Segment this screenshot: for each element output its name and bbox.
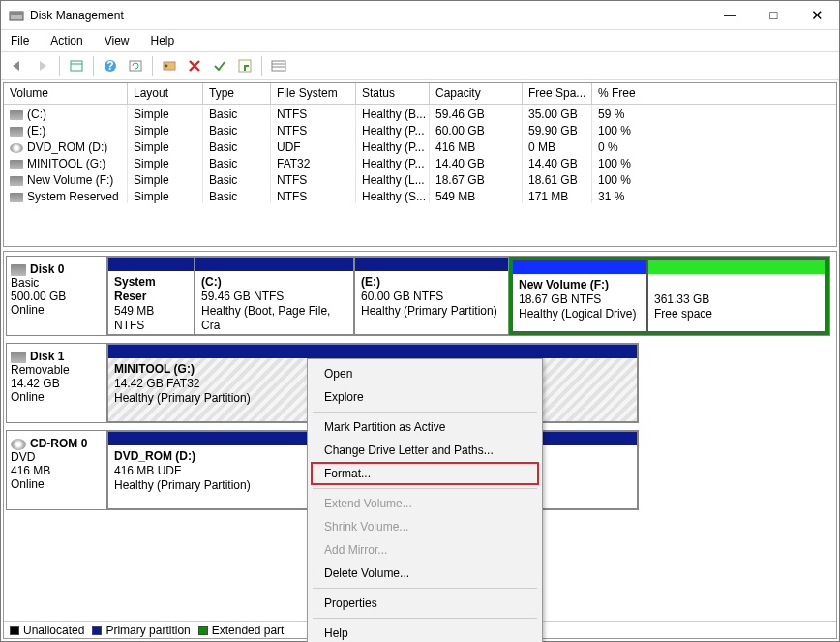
ctx-format[interactable]: Format... <box>311 462 539 485</box>
ctx-help[interactable]: Help <box>311 622 539 642</box>
disk-type: Removable <box>11 363 70 377</box>
volume-icon <box>10 160 23 169</box>
disk-info-0[interactable]: Disk 0 Basic 500.00 GB Online <box>6 256 106 336</box>
maximize-button[interactable]: □ <box>752 1 795 29</box>
part-sub: 361.33 GB <box>654 292 709 306</box>
menu-view[interactable]: View <box>101 32 134 49</box>
title-bar: Disk Management — □ ✕ <box>1 1 839 30</box>
col-free[interactable]: Free Spa... <box>523 83 592 104</box>
part-status: Healthy (Primary Partition) <box>361 304 497 318</box>
forward-button[interactable] <box>32 55 53 76</box>
ctx-delete[interactable]: Delete Volume... <box>311 562 539 585</box>
volume-row[interactable]: (C:)SimpleBasicNTFSHealthy (B...59.46 GB… <box>4 105 836 121</box>
disk-icon <box>11 264 26 276</box>
legend-extended: Extended part <box>212 624 285 637</box>
back-button[interactable] <box>7 55 28 76</box>
menu-action[interactable]: Action <box>46 32 86 49</box>
partition-c[interactable]: (C:)59.46 GB NTFSHealthy (Boot, Page Fil… <box>195 257 354 335</box>
col-volume[interactable]: Volume <box>4 83 128 104</box>
stripe-primary <box>108 258 194 271</box>
svg-rect-10 <box>272 61 285 71</box>
volume-icon <box>10 176 23 186</box>
svg-rect-1 <box>10 12 23 15</box>
partition-free-space[interactable]: 361.33 GBFree space <box>647 260 826 332</box>
disk-title: CD-ROM 0 <box>30 437 87 450</box>
disk-info-cdrom[interactable]: CD-ROM 0 DVD 416 MB Online <box>6 430 106 510</box>
app-icon <box>9 8 24 23</box>
legend-unallocated: Unallocated <box>23 624 84 637</box>
svg-point-8 <box>165 65 168 68</box>
partition-e[interactable]: (E:)60.00 GB NTFSHealthy (Primary Partit… <box>354 257 509 335</box>
close-button[interactable]: ✕ <box>795 1 839 29</box>
volume-row[interactable]: System ReservedSimpleBasicNTFSHealthy (S… <box>4 187 836 203</box>
volume-row[interactable]: MINITOOL (G:)SimpleBasicFAT32Healthy (P.… <box>4 154 836 170</box>
partition-sys-reserved[interactable]: System Reser549 MB NTFSHealthy (Syste <box>107 257 195 335</box>
check-icon[interactable] <box>209 55 230 76</box>
volume-row[interactable]: DVD_ROM (D:)SimpleBasicUDFHealthy (P...4… <box>4 138 836 154</box>
col-type[interactable]: Type <box>203 83 271 104</box>
stripe-primary <box>355 258 508 271</box>
svg-text:?: ? <box>106 59 113 73</box>
col-status[interactable]: Status <box>356 83 430 104</box>
volume-row[interactable]: New Volume (F:)SimpleBasicNTFSHealthy (L… <box>4 170 836 187</box>
volume-list-body[interactable]: (C:)SimpleBasicNTFSHealthy (B...59.46 GB… <box>4 105 836 246</box>
delete-icon[interactable] <box>184 55 205 76</box>
disk-type: DVD <box>11 450 35 464</box>
properties-icon[interactable] <box>234 55 255 76</box>
window-title: Disk Management <box>30 9 708 22</box>
show-hide-button[interactable] <box>66 55 87 76</box>
disk-size: 500.00 GB <box>11 290 66 303</box>
col-layout[interactable]: Layout <box>128 83 203 104</box>
ctx-properties[interactable]: Properties <box>311 592 539 615</box>
menu-file[interactable]: File <box>7 32 33 49</box>
col-filesystem[interactable]: File System <box>271 83 356 104</box>
part-status: Free space <box>654 307 712 321</box>
disk-icon <box>11 352 26 363</box>
settings-icon[interactable] <box>159 55 180 76</box>
part-status: Healthy (Logical Drive) <box>519 307 636 321</box>
volume-row[interactable]: (E:)SimpleBasicNTFSHealthy (P...60.00 GB… <box>4 121 836 138</box>
disk-state: Online <box>11 303 45 317</box>
part-title: (C:) <box>201 275 222 289</box>
col-capacity[interactable]: Capacity <box>430 83 523 104</box>
help-icon[interactable]: ? <box>100 55 121 76</box>
col-pctfree[interactable]: % Free <box>592 83 675 104</box>
ctx-explore[interactable]: Explore <box>311 385 539 409</box>
ctx-separator <box>313 618 537 619</box>
partition-f[interactable]: New Volume (F:)18.67 GB NTFSHealthy (Log… <box>512 260 647 332</box>
ctx-open[interactable]: Open <box>311 362 539 385</box>
disk-state: Online <box>11 390 45 404</box>
part-sub: 549 MB NTFS <box>114 304 154 332</box>
legend-swatch-extended <box>198 626 208 635</box>
disk-title: Disk 1 <box>30 350 64 363</box>
disk-row-0: Disk 0 Basic 500.00 GB Online System Res… <box>4 252 836 339</box>
part-status: Healthy (Syste <box>114 333 154 334</box>
disk-size: 416 MB <box>11 464 50 477</box>
part-sub: 14.42 GB FAT32 <box>114 377 200 390</box>
list-view-icon[interactable] <box>268 55 289 76</box>
part-sub: 18.67 GB NTFS <box>519 292 601 306</box>
menu-help[interactable]: Help <box>147 32 179 49</box>
window-buttons: — □ ✕ <box>708 1 839 29</box>
stripe-free <box>648 260 825 274</box>
cd-icon <box>11 439 26 450</box>
ctx-change-letter[interactable]: Change Drive Letter and Paths... <box>311 439 539 462</box>
disk-0-partitions: System Reser549 MB NTFSHealthy (Syste (C… <box>106 256 830 336</box>
volume-list-panel: Volume Layout Type File System Status Ca… <box>3 82 837 247</box>
ctx-mark-active[interactable]: Mark Partition as Active <box>311 415 539 439</box>
refresh-icon[interactable] <box>125 55 146 76</box>
part-status: Healthy (Primary Partition) <box>114 478 251 492</box>
ctx-mirror: Add Mirror... <box>311 538 539 562</box>
part-status: Healthy (Primary Partition) <box>114 391 251 405</box>
disk-state: Online <box>11 477 45 491</box>
minimize-button[interactable]: — <box>708 1 752 29</box>
ctx-separator <box>313 412 537 413</box>
part-title: (E:) <box>361 275 380 289</box>
stripe-logical <box>513 260 646 274</box>
disk-info-1[interactable]: Disk 1 Removable 14.42 GB Online <box>6 343 106 423</box>
part-title: System Reser <box>114 275 156 303</box>
part-sub: 416 MB UDF <box>114 464 181 477</box>
toolbar: ? <box>1 51 839 80</box>
part-title: DVD_ROM (D:) <box>114 449 195 463</box>
disk-title: Disk 0 <box>30 262 64 276</box>
